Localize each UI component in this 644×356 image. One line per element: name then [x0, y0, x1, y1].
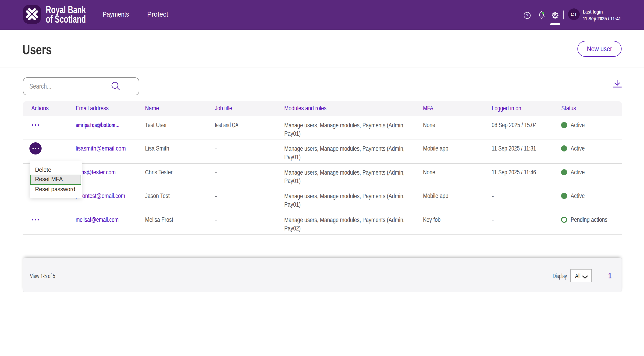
svg-text:?: ?: [526, 13, 528, 18]
